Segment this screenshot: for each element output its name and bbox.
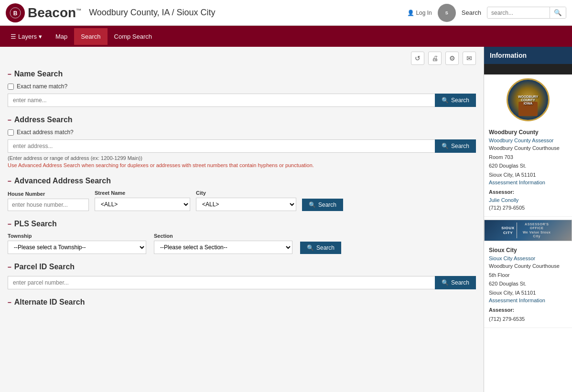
sioux-city-assessor-link[interactable]: Sioux City Assessor [489,255,567,261]
parcel-search-button[interactable]: 🔍 Search [435,276,476,289]
sidebar-dark-bar [484,64,572,74]
pls-search-button[interactable]: 🔍 Search [300,242,341,254]
advanced-search-button[interactable]: 🔍 Search [302,199,343,211]
comp-search-label: Comp Search [114,33,152,40]
address-exact-match-checkbox[interactable] [8,129,14,136]
header-search-label: Search [462,9,481,16]
search-nav-label: Search [81,33,100,40]
sioux-city-assessment-link[interactable]: Assessment Information [489,297,567,303]
township-field: Township --Please select a Township-- [8,233,146,254]
woodbury-county-name: Woodbury County [489,129,567,136]
login-button[interactable]: 👤 Log In [407,10,432,16]
search-icon: 🔍 [442,97,449,104]
schneider-logo: S [438,4,456,22]
name-exact-match-checkbox[interactable] [8,84,14,90]
sidebar-header: Information [484,47,572,64]
header-search-box: 🔍 [487,7,566,19]
woodbury-assessor-name-link[interactable]: Julie Conolly [489,197,567,203]
nav-layers[interactable]: ☰ Layers ▾ [4,28,49,45]
nav-map[interactable]: Map [49,28,74,45]
map-label: Map [55,33,67,40]
header-search-input[interactable] [487,8,550,18]
sioux-city-floor: 5th Floor [489,271,567,279]
name-exact-match-row: Exact name match? [8,83,476,90]
county-title: Woodbury County, IA / Sioux City [89,8,407,18]
address-search-title: – Address Search [8,116,476,124]
sioux-city-assessor-phone: (712) 279-6535 [489,315,567,323]
pls-toggle[interactable]: – [8,220,11,228]
header-search-button[interactable]: 🔍 [550,7,566,18]
address-search-input[interactable] [8,139,435,153]
advanced-address-title: – Advanced Address Search [8,177,476,185]
name-search-button[interactable]: 🔍 Search [435,94,476,107]
street-name-select[interactable]: <ALL> [95,198,190,211]
township-label: Township [8,233,146,239]
woodbury-assessment-link[interactable]: Assessment Information [489,180,567,185]
nav-comp-search[interactable]: Comp Search [108,28,159,45]
logo-icon: B [6,3,25,22]
advanced-address-section: – Advanced Address Search House Number S… [8,177,476,211]
name-search-input[interactable] [8,94,435,107]
sioux-city-assessor-label: Assessor: [489,306,567,314]
sioux-city-courthouse: Woodbury County Courthouse [489,262,567,270]
sioux-city-city: Sioux City, IA 51101 [489,289,567,297]
address-exact-match-label: Exact address match? [17,129,74,136]
parcel-id-section: – Parcel ID Search 🔍 Search [8,263,476,289]
toolbar: ↺ 🖨 ⚙ ✉ [8,52,476,65]
name-search-title: – Name Search [8,70,476,78]
email-button[interactable]: ✉ [463,52,476,65]
address-search-button[interactable]: 🔍 Search [435,139,476,153]
settings-button[interactable]: ⚙ [445,52,459,65]
county-seal-container: WOODBURY COUNTY IOWA [484,74,572,125]
house-number-field: House Number [8,191,89,211]
content-area: ↺ 🖨 ⚙ ✉ – Name Search Exact name match? [0,47,484,392]
woodbury-assessor-link[interactable]: Woodbury County Assessor [489,138,567,143]
house-number-label: House Number [8,191,89,197]
sioux-city-info: Sioux City Sioux City Assessor Woodbury … [484,243,572,328]
advanced-address-toggle[interactable]: – [8,177,11,185]
section-field: Section --Please select a Section-- [154,233,292,254]
woodbury-courthouse: Woodbury County Courthouse [489,144,567,152]
sioux-city-name: Sioux City [489,247,567,254]
alternate-id-section: – Alternate ID Search [8,298,476,307]
sidebar: Information WOODBURY COUNTY IOWA Woodbur… [484,47,572,392]
print-button[interactable]: 🖨 [428,52,442,65]
woodbury-phone: (712) 279-6505 [489,204,567,212]
name-search-input-row: 🔍 Search [8,94,476,107]
refresh-icon: ↺ [415,54,421,62]
section-label: Section [154,233,292,239]
parcel-id-toggle[interactable]: – [8,263,11,271]
layers-chevron-icon: ▾ [39,33,42,40]
address-search-input-row: 🔍 Search [8,139,476,153]
sioux-city-assessor-img: SIOUX CITY ASSESSOR'S OFFICEWe Value Sio… [484,220,572,241]
person-icon: 👤 [407,10,414,16]
nav-search[interactable]: Search [74,28,107,45]
settings-icon: ⚙ [449,54,455,62]
email-icon: ✉ [466,54,472,62]
refresh-button[interactable]: ↺ [411,52,424,65]
parcel-search-input[interactable] [8,276,435,289]
address-exact-match-row: Exact address match? [8,129,476,136]
layers-label: Layers [18,33,37,40]
main-layout: ↺ 🖨 ⚙ ✉ – Name Search Exact name match? [0,47,572,392]
address-warning: Use Advanced Address Search when searchi… [8,162,476,168]
pls-row: Township --Please select a Township-- Se… [8,233,476,254]
township-select[interactable]: --Please select a Township-- [8,241,146,254]
navbar: ☰ Layers ▾ Map Search Comp Search [0,26,572,47]
section-select[interactable]: --Please select a Section-- [154,241,292,254]
header: B Beacon™ Woodbury County, IA / Sioux Ci… [0,0,572,26]
address-search-toggle[interactable]: – [8,116,11,124]
alternate-id-toggle[interactable]: – [8,298,11,306]
woodbury-county-info: Woodbury County Woodbury County Assessor… [484,125,572,217]
pls-search-section: – PLS Search Township --Please select a … [8,220,476,254]
assessor-label: Assessor: [489,188,567,196]
name-search-toggle[interactable]: – [8,70,11,78]
parcel-id-title: – Parcel ID Search [8,263,476,271]
svg-text:B: B [13,10,18,17]
house-number-input[interactable] [8,199,89,211]
city-select[interactable]: <ALL> [196,198,296,211]
logo: B Beacon™ [6,3,81,22]
advanced-address-row: House Number Street Name <ALL> City <ALL… [8,190,476,211]
woodbury-street: 620 Douglas St. [489,162,567,170]
woodbury-city: Sioux City, IA 51101 [489,171,567,179]
